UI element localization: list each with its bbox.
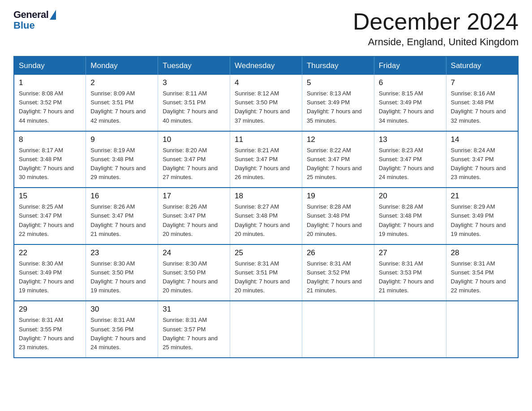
day-number: 15 bbox=[19, 192, 81, 201]
logo-blue-text: Blue bbox=[13, 20, 35, 31]
day-number: 31 bbox=[163, 305, 225, 314]
logo-general-text: General bbox=[13, 9, 48, 21]
calendar-cell: 27Sunrise: 8:31 AMSunset: 3:53 PMDayligh… bbox=[374, 244, 446, 301]
calendar-cell: 2Sunrise: 8:09 AMSunset: 3:51 PMDaylight… bbox=[86, 75, 158, 131]
calendar-cell: 8Sunrise: 8:17 AMSunset: 3:48 PMDaylight… bbox=[14, 131, 86, 188]
weekday-header-row: SundayMondayTuesdayWednesdayThursdayFrid… bbox=[14, 56, 518, 75]
calendar-body: 1Sunrise: 8:08 AMSunset: 3:52 PMDaylight… bbox=[14, 75, 518, 358]
day-number: 20 bbox=[379, 192, 442, 201]
calendar-cell: 31Sunrise: 8:31 AMSunset: 3:57 PMDayligh… bbox=[158, 301, 230, 358]
calendar-cell: 29Sunrise: 8:31 AMSunset: 3:55 PMDayligh… bbox=[14, 301, 86, 358]
calendar-cell bbox=[302, 301, 374, 358]
day-number: 6 bbox=[379, 78, 442, 87]
calendar-cell: 15Sunrise: 8:25 AMSunset: 3:47 PMDayligh… bbox=[14, 188, 86, 244]
day-number: 8 bbox=[19, 135, 81, 144]
day-info: Sunrise: 8:15 AMSunset: 3:49 PMDaylight:… bbox=[379, 90, 434, 124]
day-info: Sunrise: 8:16 AMSunset: 3:48 PMDaylight:… bbox=[451, 90, 506, 124]
day-number: 4 bbox=[235, 78, 297, 87]
day-number: 9 bbox=[90, 135, 153, 144]
day-info: Sunrise: 8:24 AMSunset: 3:47 PMDaylight:… bbox=[451, 147, 506, 180]
calendar-cell: 12Sunrise: 8:22 AMSunset: 3:47 PMDayligh… bbox=[302, 131, 374, 188]
weekday-header-monday: Monday bbox=[86, 56, 158, 75]
day-number: 3 bbox=[163, 78, 225, 87]
day-info: Sunrise: 8:12 AMSunset: 3:50 PMDaylight:… bbox=[235, 90, 290, 124]
day-number: 11 bbox=[235, 135, 297, 144]
day-info: Sunrise: 8:22 AMSunset: 3:47 PMDaylight:… bbox=[307, 147, 362, 180]
calendar-week-row: 1Sunrise: 8:08 AMSunset: 3:52 PMDaylight… bbox=[14, 75, 518, 131]
calendar-cell: 28Sunrise: 8:31 AMSunset: 3:54 PMDayligh… bbox=[446, 244, 518, 301]
day-info: Sunrise: 8:17 AMSunset: 3:48 PMDaylight:… bbox=[19, 147, 74, 180]
month-title: December 2024 bbox=[353, 9, 519, 34]
calendar-cell: 4Sunrise: 8:12 AMSunset: 3:50 PMDaylight… bbox=[230, 75, 302, 131]
calendar-cell: 11Sunrise: 8:21 AMSunset: 3:47 PMDayligh… bbox=[230, 131, 302, 188]
calendar-cell: 14Sunrise: 8:24 AMSunset: 3:47 PMDayligh… bbox=[446, 131, 518, 188]
day-info: Sunrise: 8:31 AMSunset: 3:51 PMDaylight:… bbox=[235, 260, 290, 294]
day-info: Sunrise: 8:21 AMSunset: 3:47 PMDaylight:… bbox=[235, 147, 290, 180]
day-number: 7 bbox=[451, 78, 513, 87]
calendar-cell: 23Sunrise: 8:30 AMSunset: 3:50 PMDayligh… bbox=[86, 244, 158, 301]
day-info: Sunrise: 8:31 AMSunset: 3:57 PMDaylight:… bbox=[163, 317, 218, 350]
calendar-cell: 30Sunrise: 8:31 AMSunset: 3:56 PMDayligh… bbox=[86, 301, 158, 358]
logo: General Blue bbox=[13, 9, 56, 31]
day-info: Sunrise: 8:25 AMSunset: 3:47 PMDaylight:… bbox=[19, 203, 74, 237]
day-info: Sunrise: 8:28 AMSunset: 3:48 PMDaylight:… bbox=[379, 203, 434, 237]
day-number: 29 bbox=[19, 305, 81, 314]
day-number: 16 bbox=[90, 192, 153, 201]
day-info: Sunrise: 8:28 AMSunset: 3:48 PMDaylight:… bbox=[307, 203, 362, 237]
day-info: Sunrise: 8:19 AMSunset: 3:48 PMDaylight:… bbox=[90, 147, 146, 180]
day-number: 5 bbox=[307, 78, 369, 87]
calendar-table: SundayMondayTuesdayWednesdayThursdayFrid… bbox=[13, 56, 519, 358]
day-number: 10 bbox=[163, 135, 225, 144]
calendar-week-row: 15Sunrise: 8:25 AMSunset: 3:47 PMDayligh… bbox=[14, 188, 518, 244]
calendar-cell: 9Sunrise: 8:19 AMSunset: 3:48 PMDaylight… bbox=[86, 131, 158, 188]
day-number: 1 bbox=[19, 78, 81, 87]
day-number: 17 bbox=[163, 192, 225, 201]
day-info: Sunrise: 8:11 AMSunset: 3:51 PMDaylight:… bbox=[163, 90, 218, 124]
day-info: Sunrise: 8:30 AMSunset: 3:50 PMDaylight:… bbox=[90, 260, 146, 294]
day-number: 2 bbox=[90, 78, 153, 87]
day-info: Sunrise: 8:23 AMSunset: 3:47 PMDaylight:… bbox=[379, 147, 434, 180]
day-number: 18 bbox=[235, 192, 297, 201]
calendar-cell: 19Sunrise: 8:28 AMSunset: 3:48 PMDayligh… bbox=[302, 188, 374, 244]
weekday-header-wednesday: Wednesday bbox=[230, 56, 302, 75]
day-info: Sunrise: 8:30 AMSunset: 3:49 PMDaylight:… bbox=[19, 260, 74, 294]
day-number: 23 bbox=[90, 248, 153, 257]
day-number: 22 bbox=[19, 248, 81, 257]
calendar-cell: 17Sunrise: 8:26 AMSunset: 3:47 PMDayligh… bbox=[158, 188, 230, 244]
weekday-header-friday: Friday bbox=[374, 56, 446, 75]
day-number: 25 bbox=[235, 248, 297, 257]
title-block: December 2024 Arnside, England, United K… bbox=[353, 9, 519, 48]
day-number: 28 bbox=[451, 248, 513, 257]
day-info: Sunrise: 8:30 AMSunset: 3:50 PMDaylight:… bbox=[163, 260, 218, 294]
day-info: Sunrise: 8:31 AMSunset: 3:56 PMDaylight:… bbox=[90, 317, 146, 350]
calendar-cell: 16Sunrise: 8:26 AMSunset: 3:47 PMDayligh… bbox=[86, 188, 158, 244]
day-info: Sunrise: 8:26 AMSunset: 3:47 PMDaylight:… bbox=[163, 203, 218, 237]
calendar-cell: 10Sunrise: 8:20 AMSunset: 3:47 PMDayligh… bbox=[158, 131, 230, 188]
day-info: Sunrise: 8:26 AMSunset: 3:47 PMDaylight:… bbox=[90, 203, 146, 237]
day-info: Sunrise: 8:31 AMSunset: 3:55 PMDaylight:… bbox=[19, 317, 74, 350]
day-number: 12 bbox=[307, 135, 369, 144]
calendar-cell: 7Sunrise: 8:16 AMSunset: 3:48 PMDaylight… bbox=[446, 75, 518, 131]
day-info: Sunrise: 8:31 AMSunset: 3:53 PMDaylight:… bbox=[379, 260, 434, 294]
calendar-cell: 21Sunrise: 8:29 AMSunset: 3:49 PMDayligh… bbox=[446, 188, 518, 244]
calendar-week-row: 8Sunrise: 8:17 AMSunset: 3:48 PMDaylight… bbox=[14, 131, 518, 188]
page-header: General Blue December 2024 Arnside, Engl… bbox=[13, 9, 519, 48]
day-info: Sunrise: 8:31 AMSunset: 3:54 PMDaylight:… bbox=[451, 260, 506, 294]
calendar-cell: 24Sunrise: 8:30 AMSunset: 3:50 PMDayligh… bbox=[158, 244, 230, 301]
calendar-cell: 20Sunrise: 8:28 AMSunset: 3:48 PMDayligh… bbox=[374, 188, 446, 244]
day-info: Sunrise: 8:27 AMSunset: 3:48 PMDaylight:… bbox=[235, 203, 290, 237]
calendar-cell: 3Sunrise: 8:11 AMSunset: 3:51 PMDaylight… bbox=[158, 75, 230, 131]
calendar-cell bbox=[446, 301, 518, 358]
day-info: Sunrise: 8:29 AMSunset: 3:49 PMDaylight:… bbox=[451, 203, 506, 237]
day-number: 26 bbox=[307, 248, 369, 257]
calendar-cell: 18Sunrise: 8:27 AMSunset: 3:48 PMDayligh… bbox=[230, 188, 302, 244]
day-number: 19 bbox=[307, 192, 369, 201]
calendar-cell bbox=[374, 301, 446, 358]
calendar-week-row: 22Sunrise: 8:30 AMSunset: 3:49 PMDayligh… bbox=[14, 244, 518, 301]
calendar-cell bbox=[230, 301, 302, 358]
day-number: 27 bbox=[379, 248, 442, 257]
day-number: 24 bbox=[163, 248, 225, 257]
location-text: Arnside, England, United Kingdom bbox=[353, 36, 519, 48]
weekday-header-saturday: Saturday bbox=[446, 56, 518, 75]
day-info: Sunrise: 8:13 AMSunset: 3:49 PMDaylight:… bbox=[307, 90, 362, 124]
